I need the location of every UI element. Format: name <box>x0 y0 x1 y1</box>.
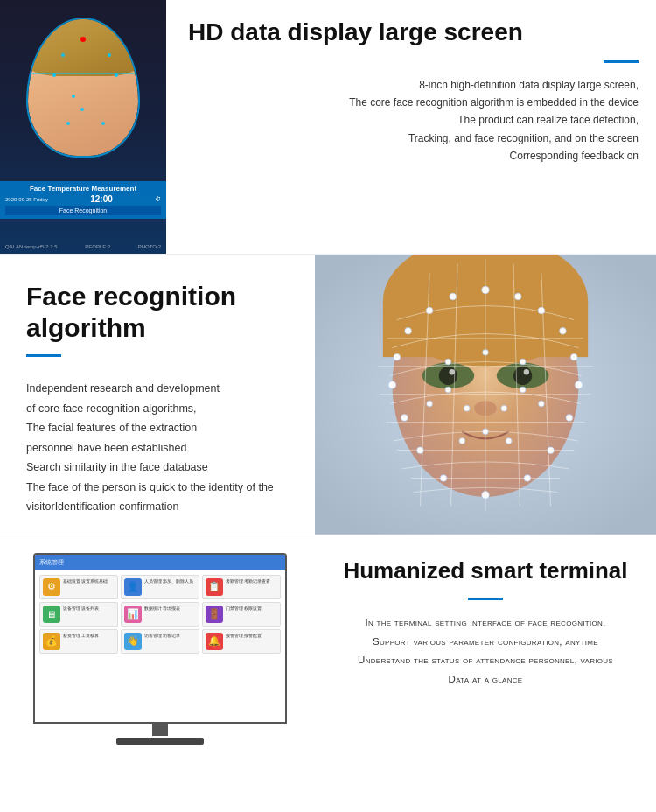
device-bar: Face Temperature Measurement 2020-09-25 … <box>0 181 166 219</box>
device-footer-right: PHOTO:2 <box>138 244 161 249</box>
terminal-desc-line3: Understand the status of attendance pers… <box>358 654 613 665</box>
device-status: Face Recognition <box>5 206 161 215</box>
svg-point-8 <box>449 369 454 374</box>
terminal-desc-line2: Support various parameter configuration,… <box>373 636 598 647</box>
hd-description: 8-inch high-definition data display larg… <box>188 76 639 165</box>
monitor-card: 👋访客管理 访客记录 <box>121 629 199 654</box>
svg-point-44 <box>520 387 525 392</box>
monitor-card-icon: 📋 <box>206 578 223 596</box>
monitor-card-label: 设备管理 设备列表 <box>63 606 99 612</box>
monitor-card-label: 考勤管理 考勤记录查看 <box>226 578 270 584</box>
svg-point-43 <box>445 387 450 392</box>
svg-point-41 <box>520 359 525 364</box>
monitor-card-icon: 🖥 <box>43 606 60 623</box>
svg-point-40 <box>445 359 450 364</box>
monitor-card-icon: ⚙ <box>43 578 60 596</box>
section-face: Face recognition algorithm Independent r… <box>0 254 656 535</box>
monitor-card: 🖥设备管理 设备列表 <box>39 602 118 626</box>
device-footer: QALAN-temp-d5-2.2.5 PEOPLE:2 PHOTO:2 <box>0 244 166 249</box>
hd-desc-line2: The core face recognition algorithm is e… <box>349 96 639 108</box>
monitor-card-label: 报警管理 报警配置 <box>226 633 262 639</box>
svg-point-51 <box>539 401 544 406</box>
svg-point-37 <box>440 475 446 481</box>
monitor-card-label: 薪资管理 工资核算 <box>63 633 99 639</box>
face-forehead-dot <box>80 37 86 42</box>
monitor-card-icon: 🔔 <box>206 633 223 650</box>
face-desc-line6: The face of the person is quick to the i… <box>26 481 274 494</box>
monitor-card-icon: 📊 <box>124 606 142 623</box>
monitor-content: ⚙基础设置 设置系统基础👤人员管理 添加、删除人员📋考勤管理 考勤记录查看🖥设备… <box>35 570 285 658</box>
svg-point-36 <box>482 492 490 500</box>
face-mesh-svg <box>315 255 656 535</box>
face-recognition-image <box>315 255 656 535</box>
terminal-description: In the terminal setting interface of fac… <box>358 613 613 690</box>
hd-right-content: HD data display large screen 8-inch high… <box>166 0 656 254</box>
device-footer-mid: PEOPLE:2 <box>85 244 110 249</box>
svg-point-30 <box>560 328 566 334</box>
hd-desc-line1: 8-inch high-definition data display larg… <box>419 79 639 91</box>
monitor-card-icon: 👤 <box>124 578 142 596</box>
terminal-blue-line <box>468 598 503 600</box>
monitor-screen: 系统管理 ⚙基础设置 设置系统基础👤人员管理 添加、删除人员📋考勤管理 考勤记录… <box>33 553 287 724</box>
monitor-card-label: 基础设置 设置系统基础 <box>63 578 108 584</box>
face-algo-blue-line <box>26 354 61 357</box>
svg-point-49 <box>506 438 511 444</box>
svg-point-38 <box>417 447 423 453</box>
svg-point-29 <box>538 307 544 313</box>
device-date: 2020-09-25 Friday <box>5 197 48 202</box>
face-outline <box>26 18 140 158</box>
svg-point-42 <box>483 350 488 355</box>
hd-title: HD data display large screen <box>188 18 639 47</box>
monitor-card-label: 人员管理 添加、删除人员 <box>144 578 193 584</box>
svg-point-34 <box>548 447 554 453</box>
monitor-card-icon: 👋 <box>124 633 142 650</box>
monitor-wrap: 系统管理 ⚙基础设置 设置系统基础👤人员管理 添加、删除人员📋考勤管理 考勤记录… <box>33 553 287 745</box>
hd-blue-line <box>604 60 639 63</box>
clock-icon: ⏱ <box>155 196 161 202</box>
device-bar-title: Face Temperature Measurement <box>5 185 161 192</box>
monitor-topbar-text: 系统管理 <box>39 558 64 567</box>
monitor-base <box>116 738 204 745</box>
hd-desc-line3: The product can realize face detection, <box>457 114 639 126</box>
svg-point-28 <box>515 293 521 299</box>
monitor-neck <box>152 724 168 736</box>
terminal-title: Humanized smart terminal <box>343 557 627 584</box>
device-image: Face Temperature Measurement 2020-09-25 … <box>0 0 166 254</box>
monitor-card-icon: 🚪 <box>206 606 223 623</box>
svg-point-35 <box>524 475 530 481</box>
svg-point-25 <box>426 307 432 313</box>
svg-point-23 <box>394 354 400 360</box>
svg-point-46 <box>501 406 506 411</box>
terminal-right-content: Humanized smart terminal In the terminal… <box>315 536 656 762</box>
face-algo-title: Face recognition algorithm <box>26 281 293 344</box>
terminal-desc-line1: In the terminal setting interface of fac… <box>365 617 605 627</box>
terminal-monitor-area: 系统管理 ⚙基础设置 设置系统基础👤人员管理 添加、删除人员📋考勤管理 考勤记录… <box>0 536 315 762</box>
face-desc-line5: Search similarity in the face database <box>26 461 208 473</box>
device-bar-row: 2020-09-25 Friday 12:00 ⏱ <box>5 194 161 204</box>
hd-desc-line5: Corresponding feedback on <box>510 150 639 162</box>
face-desc-line2: of core face recognition algorithms, <box>26 402 197 415</box>
section-hd: Face Temperature Measurement 2020-09-25 … <box>0 0 656 254</box>
svg-point-24 <box>405 328 411 334</box>
device-time: 12:00 <box>90 194 113 204</box>
monitor-card: ⚙基础设置 设置系统基础 <box>39 575 118 599</box>
svg-point-45 <box>464 406 470 411</box>
monitor-card: 🔔报警管理 报警配置 <box>202 629 281 654</box>
svg-point-27 <box>482 286 490 294</box>
monitor-card-label: 数据统计 导出报表 <box>144 606 180 612</box>
monitor-topbar: 系统管理 <box>35 555 285 570</box>
monitor-card: 📊数据统计 导出报表 <box>121 602 199 626</box>
monitor-card-label: 访客管理 访客记录 <box>144 633 180 639</box>
hd-desc-line4: Tracking, and face recognition, and on t… <box>408 132 639 144</box>
svg-point-48 <box>459 438 464 444</box>
svg-point-9 <box>524 369 529 374</box>
svg-point-39 <box>401 415 408 421</box>
svg-point-22 <box>388 382 396 389</box>
face-algo-description: Independent research and development of … <box>26 379 293 517</box>
monitor-card-icon: 💰 <box>43 633 60 650</box>
svg-point-31 <box>570 354 576 360</box>
monitor-card-label: 门禁管理 权限设置 <box>226 606 262 612</box>
monitor-card: 📋考勤管理 考勤记录查看 <box>202 575 281 599</box>
face-scan-line <box>28 74 138 74</box>
terminal-desc-line4: Data at a glance <box>449 674 523 684</box>
